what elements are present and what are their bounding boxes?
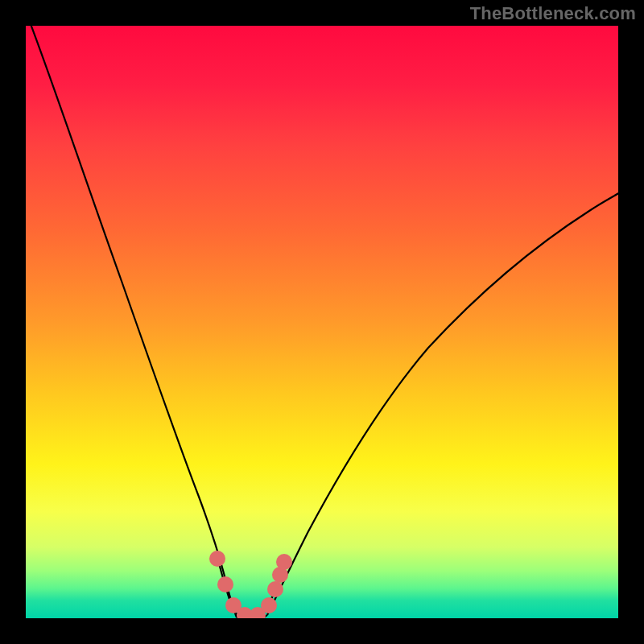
chart-frame: TheBottleneck.com (0, 0, 644, 644)
well-dot (209, 551, 225, 567)
chart-plot-area (26, 26, 618, 618)
bottleneck-curve (26, 26, 618, 618)
curve-path (28, 26, 237, 617)
curve-path-right (267, 192, 618, 615)
well-dot (267, 581, 283, 597)
well-dot (261, 597, 277, 613)
well-dot (217, 576, 233, 592)
well-dot (276, 554, 292, 570)
watermark-text: TheBottleneck.com (470, 3, 636, 24)
